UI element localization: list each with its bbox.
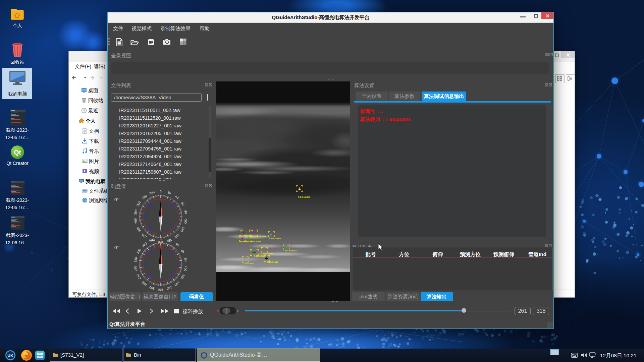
svg-text:220: 220 — [141, 281, 148, 287]
svg-text:0: 0 — [160, 189, 161, 193]
svg-text:20: 20 — [167, 190, 172, 195]
svg-text:160: 160 — [166, 286, 173, 291]
svg-text:40: 40 — [174, 194, 179, 199]
svg-text:280: 280 — [133, 209, 138, 215]
svg-text:100: 100 — [183, 218, 188, 224]
svg-text:80: 80 — [184, 210, 188, 214]
svg-text:140: 140 — [174, 281, 180, 287]
svg-text:80: 80 — [184, 258, 188, 262]
svg-text:260: 260 — [133, 218, 138, 224]
svg-text:320: 320 — [141, 241, 148, 248]
svg-text:NW: NW — [146, 249, 153, 256]
svg-text:W: W — [143, 262, 147, 266]
svg-text:W: W — [143, 215, 147, 219]
svg-text:100: 100 — [183, 265, 188, 272]
svg-text:P:0 D:161/161: P:0 D:161/161 — [298, 196, 310, 198]
svg-text:40: 40 — [174, 242, 179, 247]
svg-text:240: 240 — [136, 274, 141, 280]
svg-text:340: 340 — [149, 238, 155, 243]
svg-text:300: 300 — [136, 248, 141, 254]
svg-text:NW: NW — [146, 201, 153, 209]
svg-text:P:12 D:19/19: P:12 D:19/19 — [267, 261, 278, 263]
svg-text:SE: SE — [169, 225, 175, 231]
svg-text:E: E — [175, 215, 179, 218]
svg-text:0: 0 — [160, 237, 161, 241]
svg-text:Qt: Qt — [14, 149, 21, 156]
svg-text:P:11 D:12/13: P:11 D:12/13 — [254, 255, 265, 257]
svg-text:320: 320 — [141, 194, 148, 200]
svg-text:NE: NE — [169, 202, 175, 208]
svg-text:P:1 D:161/161: P:1 D:161/161 — [285, 250, 298, 252]
svg-text:60: 60 — [180, 201, 185, 206]
svg-text:P:0 D:94/95: P:0 D:94/95 — [263, 253, 273, 255]
svg-text:260: 260 — [133, 265, 138, 272]
svg-text:P:0 D:7/54 P:0 0:81/119: P:0 D:7/54 P:0 0:81/119 — [246, 235, 266, 237]
svg-text:120: 120 — [180, 226, 185, 232]
svg-text:NE: NE — [169, 249, 175, 256]
svg-text:E: E — [175, 263, 179, 265]
svg-text:SW: SW — [146, 272, 153, 279]
svg-text:20: 20 — [167, 238, 172, 243]
svg-text:UK: UK — [7, 353, 13, 358]
svg-text:300: 300 — [136, 200, 141, 207]
svg-text:340: 340 — [149, 190, 155, 195]
svg-text:120: 120 — [180, 274, 185, 280]
svg-text:SE: SE — [169, 273, 175, 279]
svg-text:60: 60 — [180, 249, 185, 254]
svg-text:200: 200 — [149, 286, 155, 291]
svg-text:240: 240 — [136, 226, 141, 232]
svg-text:P:0 D:26/5R:0 D:218/161: P:0 D:26/5R:0 D:218/161 — [240, 241, 261, 243]
svg-text:SW: SW — [146, 225, 153, 232]
svg-text:P:1 D:259/261: P:1 D:259/261 — [269, 237, 281, 239]
svg-text:280: 280 — [133, 257, 138, 263]
svg-text:180: 180 — [158, 288, 163, 292]
svg-text:P:0 D:45/51: P:0 D:45/51 — [245, 262, 255, 264]
